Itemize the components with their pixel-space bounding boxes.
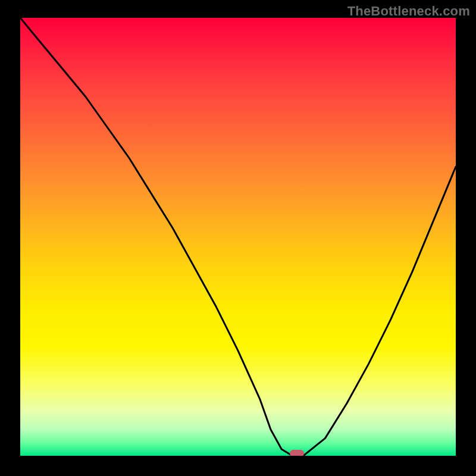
watermark-text: TheBottleneck.com [347, 4, 470, 19]
plot-area [20, 18, 456, 456]
optimal-point-marker [290, 450, 304, 456]
chart-frame: TheBottleneck.com [0, 0, 476, 476]
bottleneck-curve [20, 18, 456, 456]
curve-path [20, 18, 456, 456]
